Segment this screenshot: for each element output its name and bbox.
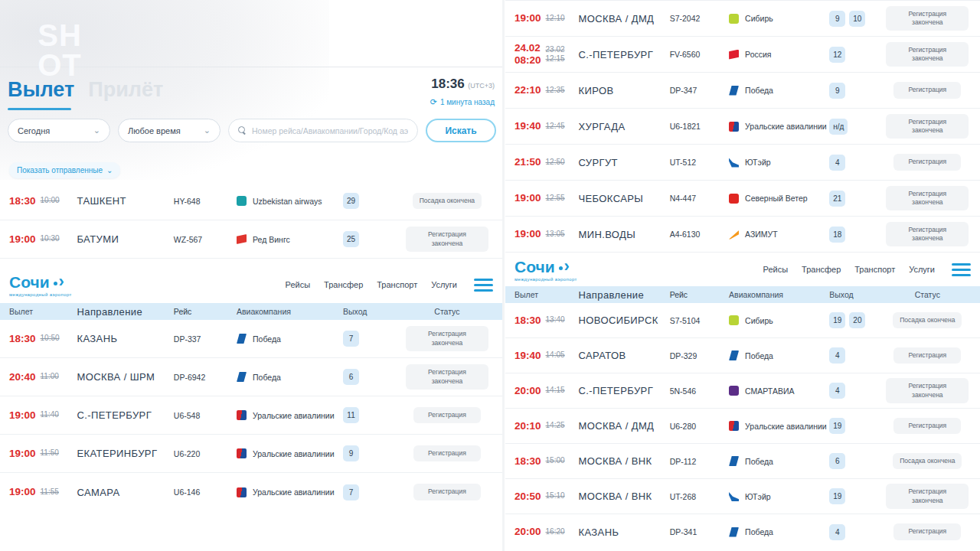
destination-city: МОСКВА / ДМД bbox=[578, 420, 669, 432]
flight-row: 19:00 11:55 САМАРА U6-146 Уральские авиа… bbox=[0, 473, 502, 511]
scheduled-time: 13:40 bbox=[546, 315, 565, 324]
search-box[interactable] bbox=[228, 119, 418, 142]
nav-transport[interactable]: Транспорт bbox=[377, 280, 417, 289]
sochi-airport-logo[interactable]: Сочи › международный аэропорт bbox=[514, 258, 577, 282]
airline: АЗИМУТ bbox=[729, 230, 829, 240]
gate-cell: 19 bbox=[829, 488, 884, 504]
gate-badge: 4 bbox=[829, 383, 845, 399]
airline-name: Победа bbox=[745, 527, 773, 536]
nav-transfer[interactable]: Трансфер bbox=[324, 280, 363, 289]
time-select[interactable]: Любое время ⌄ bbox=[118, 119, 220, 142]
sochi-airport-logo[interactable]: Сочи › международный аэропорт bbox=[9, 273, 72, 297]
flight-number: U6-548 bbox=[174, 411, 237, 420]
airline-logo-icon bbox=[729, 491, 739, 501]
logo-subtitle: международный аэропорт bbox=[9, 292, 72, 297]
flight-row: 20:40 11:00 МОСКВА / ШРМ DP-6942 Победа … bbox=[0, 358, 502, 396]
col-status: Статус bbox=[401, 307, 493, 316]
nav-transfer[interactable]: Трансфер bbox=[802, 265, 841, 274]
flight-number: U6-280 bbox=[670, 422, 729, 431]
actual-time: 19:00 bbox=[9, 233, 36, 246]
site-nav: Рейсы Трансфер Транспорт Услуги bbox=[286, 279, 493, 292]
airline-name: Uzbekistan airways bbox=[253, 197, 322, 206]
airline: Победа bbox=[729, 86, 829, 96]
destination-city: БАТУМИ bbox=[77, 233, 173, 245]
search-input[interactable] bbox=[252, 126, 408, 135]
status-badge: Регистрация закончена bbox=[406, 326, 488, 350]
airline-logo-icon bbox=[729, 50, 739, 60]
nav-flights[interactable]: Рейсы bbox=[763, 265, 789, 274]
gate-cell: 4 bbox=[829, 347, 884, 364]
departure-times: 19:00 10:30 bbox=[9, 233, 77, 246]
date-select[interactable]: Сегодня ⌄ bbox=[8, 119, 110, 142]
refresh-control[interactable]: ⟳ 1 минута назад bbox=[430, 97, 495, 107]
logo-dot-icon bbox=[54, 282, 57, 285]
nav-flights[interactable]: Рейсы bbox=[286, 280, 311, 289]
flight-row: 19:40 14:05 САРАТОВ DP-329 Победа 4 Реги… bbox=[505, 338, 980, 373]
search-icon bbox=[238, 126, 247, 135]
status-cell: Регистрация bbox=[884, 154, 971, 170]
destination-city: ХУРГАДА bbox=[578, 121, 669, 132]
status-cell: Регистрация bbox=[401, 407, 493, 423]
actual-time: 20:50 bbox=[514, 491, 541, 503]
gate-cell: 19 bbox=[829, 418, 884, 434]
airline: Победа bbox=[729, 527, 829, 537]
gate-badge: 29 bbox=[343, 193, 359, 209]
search-button[interactable]: Искать bbox=[426, 119, 496, 142]
tab-arrivals[interactable]: Прилёт bbox=[88, 78, 163, 102]
nav-transport[interactable]: Транспорт bbox=[854, 265, 895, 274]
nav-services[interactable]: Услуги bbox=[431, 280, 457, 289]
airline-name: Сибирь bbox=[745, 14, 773, 23]
status-badge: Посадка окончена bbox=[413, 193, 482, 209]
departure-times: 20:00 14:15 bbox=[514, 385, 578, 397]
airline-name: АЗИМУТ bbox=[745, 230, 778, 239]
filter-bar: Сегодня ⌄ Любое время ⌄ Искать bbox=[8, 119, 496, 142]
hamburger-menu-icon[interactable] bbox=[474, 279, 493, 292]
actual-time: 19:00 bbox=[514, 192, 541, 204]
actual-time: 18:30 bbox=[514, 455, 541, 468]
tab-departures[interactable]: Вылет bbox=[8, 78, 74, 102]
nav-services[interactable]: Услуги bbox=[909, 265, 935, 274]
logo-arrow-icon: › bbox=[564, 258, 570, 275]
airline: Уральские авиалинии bbox=[729, 122, 829, 132]
table-header: Вылет Направление Рейс Авиакомпания Выхо… bbox=[0, 303, 502, 320]
gate-badge: 7 bbox=[343, 484, 359, 500]
flight-row: 22:10 12:35 КИРОВ DP-347 Победа 9 Регист… bbox=[505, 73, 980, 109]
gate-cell: 4 bbox=[829, 155, 884, 171]
actual-time: 19:00 bbox=[9, 409, 36, 422]
scheduled-time: 11:40 bbox=[41, 410, 59, 419]
departure-times: 18:30 10:50 bbox=[9, 333, 77, 345]
flight-number: U6-146 bbox=[174, 487, 237, 497]
airline-logo-icon bbox=[729, 230, 739, 240]
scheduled-time: 14:15 bbox=[546, 386, 565, 395]
col-departure: Вылет bbox=[9, 307, 77, 316]
status-badge: Регистрация bbox=[413, 484, 481, 500]
status-badge: Регистрация bbox=[413, 407, 481, 423]
scheduled-time: 15:10 bbox=[546, 491, 565, 500]
status-badge: Регистрация bbox=[893, 347, 961, 364]
departed-flights-list: 18:30 10:00 ТАШКЕНТ HY-648 Uzbekistan ai… bbox=[0, 182, 502, 259]
status-cell: Регистрация bbox=[401, 484, 493, 500]
chevron-down-icon: ⌄ bbox=[204, 126, 211, 135]
utc-offset: (UTC+3) bbox=[468, 82, 495, 90]
flight-number: WZ-567 bbox=[174, 235, 237, 244]
gate-cell: 4 bbox=[829, 383, 884, 399]
destination-city: С.-ПЕТЕРБУРГ bbox=[77, 409, 173, 421]
airline: Уральские авиалинии bbox=[237, 448, 343, 458]
col-flight: Рейс bbox=[670, 290, 729, 299]
departure-times: 19:00 13:05 bbox=[514, 228, 578, 240]
show-departed-label: Показать отправленные bbox=[17, 166, 103, 174]
hamburger-menu-icon[interactable] bbox=[952, 263, 971, 276]
actual-time: 19:40 bbox=[514, 350, 541, 362]
table-header: Вылет Направление Рейс Авиакомпания Выхо… bbox=[505, 286, 980, 303]
flights-table-body: 19:00 12:10 МОСКВА / ДМД S7-2042 Сибирь … bbox=[505, 0, 980, 253]
status-cell: Регистрация bbox=[884, 347, 971, 364]
show-departed-toggle[interactable]: Показать отправленные ⌄ bbox=[9, 162, 120, 178]
scheduled-time: 15:00 bbox=[546, 456, 565, 465]
gate-badge: 20 bbox=[849, 312, 865, 328]
logo-text: Сочи bbox=[514, 258, 555, 276]
status-badge: Регистрация закончена bbox=[886, 222, 969, 246]
scheduled-time: 12:10 bbox=[546, 14, 565, 23]
airline-logo-icon bbox=[729, 194, 739, 204]
status-cell: Регистрация bbox=[401, 445, 493, 461]
col-destination: Направление bbox=[578, 289, 669, 301]
